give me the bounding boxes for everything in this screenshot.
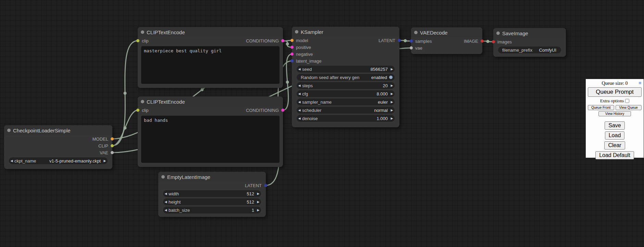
widget-denoise[interactable]: ◀ denoise 1.000 ▶ — [297, 115, 395, 122]
decrement-arrow-icon[interactable]: ◀ — [297, 108, 302, 112]
decrement-arrow-icon[interactable]: ◀ — [297, 84, 302, 87]
node-title-bar[interactable]: CheckpointLoaderSimple — [4, 125, 112, 135]
model-output-port-icon[interactable] — [111, 138, 114, 141]
increment-arrow-icon[interactable]: ▶ — [389, 100, 395, 104]
link-center-dot[interactable] — [286, 42, 289, 46]
clip-input-port-icon[interactable] — [136, 109, 139, 112]
node-cliptextencode-negative[interactable]: CLIPTextEncode clip CONDITIONING bad han… — [138, 96, 283, 167]
toggle-on-icon[interactable] — [389, 76, 393, 79]
widget-label: ckpt_name — [14, 158, 36, 164]
increment-arrow-icon[interactable]: ▶ — [256, 192, 261, 195]
link-wire[interactable] — [112, 110, 138, 146]
link-wire[interactable] — [112, 41, 138, 146]
link-center-dot[interactable] — [124, 92, 127, 95]
latent-output-port-icon[interactable] — [264, 184, 267, 187]
increment-arrow-icon[interactable]: ▶ — [389, 108, 395, 112]
clip-input-port-icon[interactable] — [136, 39, 139, 42]
latent-output-port-icon[interactable] — [398, 39, 401, 42]
decrement-arrow-icon[interactable]: ◀ — [297, 117, 302, 120]
widget-seed[interactable]: ◀ seed 8566257 ▶ — [297, 66, 395, 73]
node-title-bar[interactable]: CLIPTextEncode — [138, 96, 283, 107]
queue-prompt-button[interactable]: Queue Prompt — [588, 87, 642, 97]
link-center-dot[interactable] — [124, 127, 127, 130]
decrement-arrow-icon[interactable]: ◀ — [163, 200, 169, 204]
increment-arrow-icon[interactable]: ▶ — [256, 200, 261, 204]
node-title-bar[interactable]: SaveImage — [493, 28, 566, 38]
node-collapse-icon[interactable] — [141, 30, 144, 34]
clear-button[interactable]: Clear — [604, 141, 625, 150]
widget-cfg[interactable]: ◀ cfg 8.000 ▶ — [297, 90, 395, 97]
increment-arrow-icon[interactable]: ▶ — [102, 159, 108, 162]
load-button[interactable]: Load — [605, 131, 625, 140]
link-center-dot[interactable] — [286, 81, 289, 84]
widget-filename-prefix[interactable]: filename_prefix ComfyUI — [498, 47, 561, 53]
decrement-arrow-icon[interactable]: ◀ — [163, 192, 169, 195]
link-wire[interactable] — [283, 54, 292, 110]
widget-ckpt-name[interactable]: ◀ ckpt_name v1-5-pruned-emaonly.ckpt ▶ — [9, 157, 108, 164]
conditioning-input-port-icon[interactable] — [290, 46, 294, 49]
queue-front-button[interactable]: Queue Front — [588, 105, 614, 110]
link-center-dot[interactable] — [404, 39, 407, 42]
model-input-port-icon[interactable] — [290, 39, 294, 42]
increment-arrow-icon[interactable]: ▶ — [256, 208, 261, 212]
extra-options-checkbox[interactable] — [625, 99, 629, 103]
decrement-arrow-icon[interactable]: ◀ — [297, 100, 302, 104]
latent-input-port-icon[interactable] — [290, 60, 294, 63]
node-collapse-icon[interactable] — [161, 175, 165, 179]
node-title-bar[interactable]: CLIPTextEncode — [138, 27, 283, 37]
node-vaedecode[interactable]: VAEDecode samples IMAGE vae — [411, 27, 482, 54]
node-checkpointloadersimple[interactable]: CheckpointLoaderSimple MODEL CLIP VAE ◀ … — [4, 125, 112, 169]
node-cliptextencode-positive[interactable]: CLIPTextEncode clip CONDITIONING masterp… — [138, 27, 283, 88]
link-center-dot[interactable] — [201, 88, 204, 91]
link-center-dot[interactable] — [486, 40, 490, 43]
node-title-bar[interactable]: KSampler — [292, 27, 399, 37]
node-emptylatentimage[interactable]: EmptyLatentImage LATENT ◀ width 512 ▶ ◀ … — [158, 172, 266, 217]
slot-label: latent_image — [296, 58, 321, 64]
settings-icon[interactable]: ✳ — [638, 81, 642, 85]
load-default-button[interactable]: Load Default — [595, 151, 634, 159]
decrement-arrow-icon[interactable]: ◀ — [163, 208, 169, 212]
view-queue-button[interactable]: View Queue — [616, 105, 642, 110]
increment-arrow-icon[interactable]: ▶ — [389, 67, 395, 71]
image-output-port-icon[interactable] — [481, 40, 484, 43]
clip-output-port-icon[interactable] — [111, 144, 114, 147]
vae-output-port-icon[interactable] — [111, 151, 114, 154]
output-slot-model: MODEL — [4, 135, 112, 142]
decrement-arrow-icon[interactable]: ◀ — [297, 67, 302, 71]
slot-row: clip CONDITIONING — [138, 37, 283, 44]
output-slot-vae: VAE — [4, 149, 112, 156]
widget-height[interactable]: ◀ height 512 ▶ — [163, 198, 261, 205]
conditioning-output-port-icon[interactable] — [281, 39, 284, 42]
node-title-bar[interactable]: VAEDecode — [411, 27, 482, 38]
decrement-arrow-icon[interactable]: ◀ — [9, 159, 14, 162]
save-button[interactable]: Save — [605, 121, 624, 130]
node-graph-canvas[interactable]: CheckpointLoaderSimple MODEL CLIP VAE ◀ … — [0, 0, 644, 247]
node-collapse-icon[interactable] — [7, 129, 11, 132]
prompt-textarea[interactable]: bad hands — [141, 116, 280, 163]
prompt-textarea[interactable]: masterpiece best quality girl — [141, 46, 280, 84]
increment-arrow-icon[interactable]: ▶ — [389, 92, 395, 95]
node-ksampler[interactable]: KSampler model LATENT positive negative … — [292, 27, 399, 127]
node-title-bar[interactable]: EmptyLatentImage — [158, 172, 266, 182]
conditioning-output-port-icon[interactable] — [281, 109, 284, 112]
widget-steps[interactable]: ◀ steps 20 ▶ — [297, 82, 395, 89]
widget-batch-size[interactable]: ◀ batch_size 1 ▶ — [163, 207, 261, 213]
vae-input-port-icon[interactable] — [410, 47, 413, 50]
node-collapse-icon[interactable] — [295, 30, 298, 34]
increment-arrow-icon[interactable]: ▶ — [389, 84, 395, 87]
latent-input-port-icon[interactable] — [410, 40, 413, 43]
increment-arrow-icon[interactable]: ▶ — [389, 117, 395, 120]
widget-width[interactable]: ◀ width 512 ▶ — [163, 190, 261, 197]
node-collapse-icon[interactable] — [141, 100, 144, 103]
widget-scheduler[interactable]: ◀ scheduler normal ▶ — [297, 107, 395, 114]
image-input-port-icon[interactable] — [492, 40, 495, 43]
slot-label: model — [296, 38, 308, 43]
node-collapse-icon[interactable] — [496, 31, 500, 35]
node-saveimage[interactable]: SaveImage images filename_prefix ComfyUI — [493, 28, 566, 57]
node-collapse-icon[interactable] — [414, 31, 418, 34]
view-history-button[interactable]: View History — [598, 111, 631, 116]
widget-random-seed-toggle[interactable]: Random seed after every gen enabled — [297, 74, 395, 81]
widget-sampler-name[interactable]: ◀ sampler_name euler ▶ — [297, 99, 395, 105]
decrement-arrow-icon[interactable]: ◀ — [297, 92, 302, 95]
conditioning-input-port-icon[interactable] — [290, 53, 294, 56]
